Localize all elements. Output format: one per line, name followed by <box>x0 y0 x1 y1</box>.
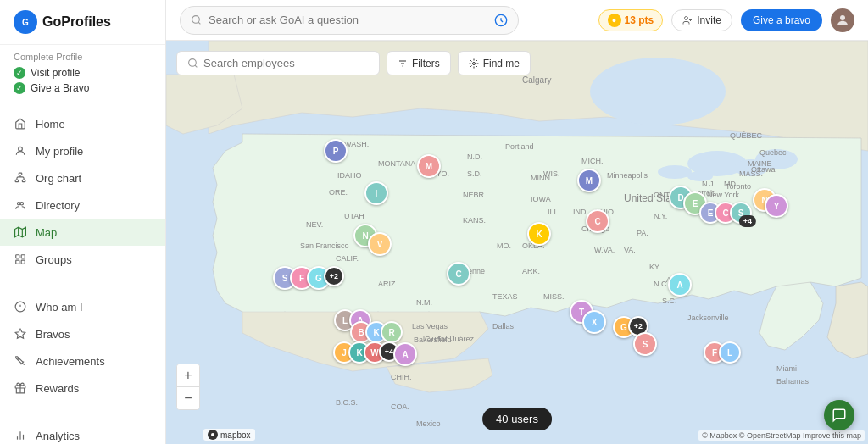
svg-text:N.M.: N.M. <box>416 298 432 307</box>
svg-text:ILL.: ILL. <box>548 208 560 216</box>
marker-idaho[interactable]: I <box>364 181 388 205</box>
marker-colorado[interactable]: C <box>447 262 470 286</box>
filters-label: Filters <box>412 58 440 69</box>
sidebar-item-map[interactable]: Map <box>0 219 165 246</box>
svg-point-111 <box>189 59 197 67</box>
zoom-controls: + − <box>176 364 200 410</box>
sidebar-item-home[interactable]: Home <box>0 110 165 137</box>
zoom-out-button[interactable]: − <box>177 387 199 409</box>
marker-ny-2[interactable]: Y <box>765 194 788 218</box>
chat-widget[interactable] <box>824 400 854 430</box>
analytics-label: Analytics <box>36 430 80 442</box>
avatar-chicago: C <box>586 209 609 233</box>
marker-minneapolis[interactable]: M <box>577 169 601 192</box>
svg-line-31 <box>198 22 200 24</box>
marker-miss[interactable]: S <box>633 332 657 356</box>
global-search-box[interactable] <box>180 6 519 35</box>
give-bravo-item[interactable]: ✓ Give a Bravo <box>14 80 152 96</box>
nav-section-admin: Analytics People data Integrations Setti… <box>0 415 165 444</box>
sidebar-item-who-am-i[interactable]: Who am I <box>0 293 165 320</box>
marker-florida-stack[interactable]: F L <box>704 341 741 364</box>
groups-label: Groups <box>36 253 72 266</box>
employee-search-input[interactable] <box>203 57 369 69</box>
global-search-icon <box>191 14 202 25</box>
global-search-input[interactable] <box>209 14 487 26</box>
marker-chicago[interactable]: C <box>586 209 609 233</box>
svg-text:MAINE: MAINE <box>748 159 772 168</box>
avatar-kc: K <box>527 222 551 246</box>
nav-section-main: Home My profile Org chart Directory Map <box>0 103 165 280</box>
map-icon <box>14 225 27 239</box>
findme-icon <box>469 58 479 69</box>
sidebar-item-analytics[interactable]: Analytics <box>0 422 165 444</box>
svg-text:Bakersfield: Bakersfield <box>414 336 452 344</box>
visit-profile-item[interactable]: ✓ Visit profile <box>14 65 152 80</box>
svg-text:UTAH: UTAH <box>344 212 364 220</box>
svg-marker-16 <box>15 329 25 338</box>
marker-portland[interactable]: P <box>324 139 348 163</box>
marker-atlanta[interactable]: A <box>668 273 692 297</box>
who-am-i-icon <box>14 300 27 314</box>
app-name: GoProfiles <box>42 14 111 30</box>
sidebar-item-my-profile[interactable]: My profile <box>0 137 165 164</box>
sidebar-item-achievements[interactable]: Achievements <box>0 347 165 375</box>
svg-text:Bahamas: Bahamas <box>776 377 810 386</box>
marker-arizona[interactable]: A <box>393 342 417 366</box>
svg-rect-12 <box>21 260 25 264</box>
invite-icon <box>682 15 693 25</box>
bravos-label: Bravos <box>36 328 70 341</box>
ai-icon <box>494 14 508 27</box>
svg-text:San Francisco: San Francisco <box>300 241 349 250</box>
achievements-icon <box>14 354 27 368</box>
svg-text:IDAHO: IDAHO <box>337 171 362 180</box>
map-container: Calgary WASH. MONTANA IDAHO ORE. NEV. UT… <box>166 41 868 444</box>
svg-text:Minneapolis: Minneapolis <box>607 171 648 180</box>
sidebar-item-rewards[interactable]: Rewards <box>0 375 165 402</box>
marker-sf-stack[interactable]: S F G +2 <box>273 266 344 290</box>
user-avatar[interactable] <box>831 8 854 32</box>
give-bravo-button[interactable]: Give a bravo <box>741 9 822 31</box>
my-profile-icon <box>14 144 27 158</box>
marker-montana[interactable]: M <box>417 154 441 178</box>
employee-search-box[interactable] <box>176 51 380 75</box>
map-attribution[interactable]: © Mapbox © OpenStreetMap Improve this ma… <box>698 430 865 441</box>
sidebar-item-org-chart[interactable]: Org chart <box>0 164 165 191</box>
findme-label: Find me <box>483 58 520 69</box>
avatar-ny-2: Y <box>765 194 788 218</box>
sidebar-item-bravos[interactable]: Bravos <box>0 320 165 347</box>
pts-value: 13 pts <box>625 14 654 26</box>
svg-line-112 <box>195 65 197 67</box>
avatar-atlanta: A <box>668 273 692 297</box>
marker-kc[interactable]: K <box>527 222 551 246</box>
svg-text:ARK.: ARK. <box>522 267 540 275</box>
rewards-label: Rewards <box>36 382 79 395</box>
marker-nevada-2[interactable]: V <box>368 232 392 256</box>
svg-marker-6 <box>15 227 26 237</box>
mapbox-logo-icon <box>208 430 218 440</box>
marker-texas-2[interactable]: X <box>582 310 606 334</box>
sidebar-item-groups[interactable]: Groups <box>0 246 165 273</box>
marker-ny-count[interactable]: +4 <box>739 215 756 227</box>
achievements-label: Achievements <box>36 355 105 368</box>
header: ● 13 pts Invite Give a bravo <box>166 0 868 41</box>
svg-point-33 <box>685 16 688 19</box>
avatar-colorado: C <box>447 262 470 286</box>
sidebar-item-directory[interactable]: Directory <box>0 191 165 219</box>
svg-text:COA.: COA. <box>391 402 409 411</box>
bravo-label: Give a bravo <box>753 14 810 26</box>
avatar-portland: P <box>324 139 348 163</box>
logo-icon: G <box>14 10 37 34</box>
svg-text:ARIZ.: ARIZ. <box>378 280 398 288</box>
zoom-in-button[interactable]: + <box>177 364 199 386</box>
invite-button[interactable]: Invite <box>671 9 732 31</box>
marker-bakersfield[interactable]: B K R <box>350 321 403 343</box>
map-toolbar: Filters Find me <box>176 51 531 75</box>
svg-rect-3 <box>22 180 25 181</box>
find-me-button[interactable]: Find me <box>458 51 531 75</box>
avatar-texas-2: X <box>582 310 606 334</box>
main-content: ● 13 pts Invite Give a bravo <box>166 0 868 444</box>
mapbox-logo: mapbox <box>203 429 255 441</box>
marker-la-cluster[interactable]: J K W +4 <box>333 341 399 364</box>
filters-button[interactable]: Filters <box>387 51 451 75</box>
svg-text:Jacksonville: Jacksonville <box>687 314 729 322</box>
